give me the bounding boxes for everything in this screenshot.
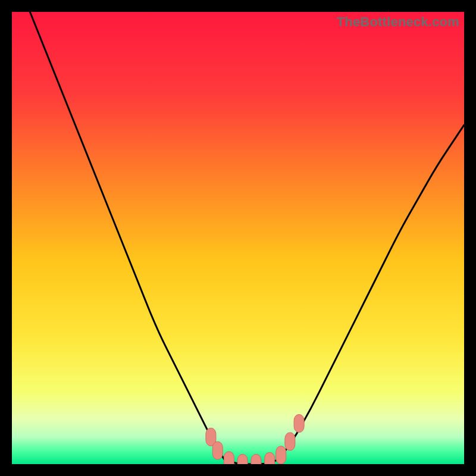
valley-marker [285, 433, 295, 450]
valley-marker [251, 455, 261, 465]
watermark-text: TheBottleneck.com [337, 14, 459, 30]
valley-marker [276, 446, 286, 464]
chart-frame: TheBottleneck.com [12, 12, 464, 464]
valley-marker [237, 455, 248, 465]
valley-marker [224, 452, 234, 464]
bottleneck-chart [12, 12, 464, 464]
valley-marker [265, 452, 275, 464]
valley-marker [212, 441, 223, 459]
valley-marker [294, 415, 304, 433]
